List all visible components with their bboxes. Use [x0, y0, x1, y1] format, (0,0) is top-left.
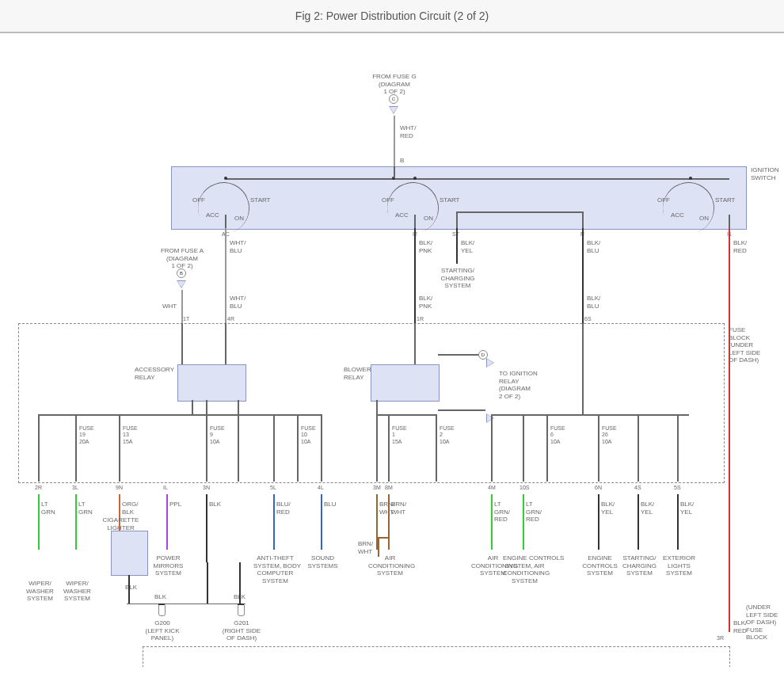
header: Fig 2: Power Distribution Circuit (2 of … [0, 0, 784, 33]
fuse-block-2: (UNDERLEFT SIDEOF DASH)FUSEBLOCK [746, 604, 778, 642]
fuse-block [18, 323, 725, 483]
diagram-title: Fig 2: Power Distribution Circuit (2 of … [295, 10, 489, 22]
accessory-relay [177, 364, 246, 402]
connector-b: B [177, 268, 186, 278]
pin-b: B [400, 157, 404, 165]
source-fuse-a: FROM FUSE A(DIAGRAM1 OF 2) [154, 247, 210, 270]
connector-c-icon [389, 106, 398, 114]
blower-relay [371, 364, 440, 402]
starting-charging: STARTING/CHARGINGSYSTEM [438, 267, 478, 290]
connector-c: C [389, 94, 398, 104]
connector-b-icon [177, 280, 186, 288]
fuse-block-label: FUSEBLOCK(UNDERLEFT SIDEOF DASH) [729, 326, 772, 364]
ignition-switch-label: IGNITIONSWITCH [751, 166, 779, 181]
wire-source [394, 116, 395, 167]
wiring-diagram: FROM FUSE G(DIAGRAM1 OF 2) C WHT/RED B I… [0, 33, 784, 667]
ignition-bus [226, 178, 729, 180]
source-fuse-g: FROM FUSE G(DIAGRAM1 OF 2) [363, 73, 426, 96]
wire-label-wht-red: WHT/RED [400, 124, 416, 139]
cigarette-lighter-box [111, 531, 148, 576]
